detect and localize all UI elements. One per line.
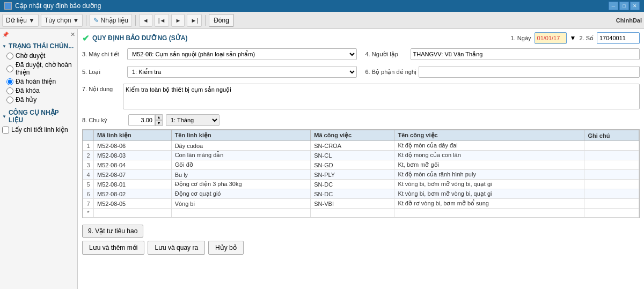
table-row: 4 M52-08-07 Bu ly SN-PLY Kt độ mòn của r… bbox=[83, 170, 639, 180]
cell-ten-linh-kien: Bu ly bbox=[171, 170, 311, 180]
loai-select[interactable]: 1: Kiểm tra bbox=[127, 66, 357, 78]
du-lieu-button[interactable]: Dữ liệu ▼ bbox=[2, 14, 39, 27]
row-num: 7 bbox=[83, 199, 94, 209]
chu-ky-unit-select[interactable]: 1: Tháng bbox=[166, 114, 219, 126]
loai-col: 5. Loại 1: Kiểm tra bbox=[82, 66, 357, 80]
title-bar: Cập nhật quy định bảo dưỡng ─ □ ✕ bbox=[0, 0, 644, 12]
cell-ma-cong-viec: SN-CROA bbox=[311, 141, 394, 151]
bo-phan-input[interactable] bbox=[419, 66, 640, 78]
cell-ma-cong-viec: SN-VBI bbox=[311, 199, 394, 209]
dropdown-icon: ▼ bbox=[28, 17, 35, 24]
spinner-down-button[interactable]: ▼ bbox=[155, 120, 163, 126]
da-duyet-option[interactable]: Đã duyệt, chờ hoàn thiện bbox=[6, 61, 75, 76]
app-name: ChinhDai bbox=[616, 17, 642, 24]
cell-ghi-chu bbox=[584, 160, 639, 170]
cell-ghi-chu bbox=[584, 180, 639, 189]
huy-bo-button[interactable]: Hủy bỏ bbox=[208, 241, 244, 255]
label-bo-phan: 6. Bộ phận đề nghị bbox=[365, 69, 417, 76]
cell-ma-linh-kien: M52-08-02 bbox=[94, 189, 172, 199]
row-num: 2 bbox=[83, 151, 94, 160]
nav-last-button[interactable]: ►| bbox=[187, 14, 202, 27]
vat-tu-button[interactable]: 9. Vật tư tiêu hao bbox=[82, 225, 143, 238]
luu-quay-ra-button[interactable]: Lưu và quay ra bbox=[148, 241, 205, 255]
cell-ten-linh-kien: Động cơ quạt gió bbox=[171, 189, 311, 199]
row-num: 4 bbox=[83, 170, 94, 180]
row-num: 6 bbox=[83, 189, 94, 199]
spinner-up-button[interactable]: ▲ bbox=[155, 114, 163, 120]
form-date-row: 1. Ngày ▼ 2. Số bbox=[511, 32, 640, 44]
nguoi-lap-input[interactable] bbox=[411, 48, 640, 60]
trang-thai-radio-group: Chờ duyệt Đã duyệt, chờ hoàn thiện Đã ho… bbox=[6, 52, 75, 103]
tuy-chon-button[interactable]: Tùy chọn ▼ bbox=[41, 14, 83, 27]
app-icon bbox=[4, 2, 12, 10]
chu-ky-row: 8. Chu kỳ ▲ ▼ 1: Tháng bbox=[82, 114, 640, 126]
cell-ma-linh-kien: M52-08-03 bbox=[94, 151, 172, 160]
cell-ghi-chu bbox=[584, 151, 639, 160]
main-container: 📌 ✕ TRẠNG THÁI CHÚN... Chờ duyệt Đã duyệ… bbox=[0, 29, 644, 289]
dong-button[interactable]: Đóng bbox=[209, 14, 234, 27]
col-ten-linh-kien: Tên linh kiện bbox=[171, 130, 311, 141]
noi-dung-textarea[interactable] bbox=[123, 84, 640, 109]
label-ngay: 1. Ngày bbox=[511, 35, 531, 41]
table-row: 6 M52-08-02 Động cơ quạt gió SN-DC Kt vò… bbox=[83, 189, 639, 199]
da-hoan-thien-option[interactable]: Đã hoàn thiện bbox=[6, 78, 75, 85]
da-huy-option[interactable]: Đã hủy bbox=[6, 96, 75, 103]
cell-ma-linh-kien: M52-08-05 bbox=[94, 199, 172, 209]
label-may-chi-tiet: 3. Máy chi tiết bbox=[82, 51, 125, 58]
so-input[interactable] bbox=[597, 32, 640, 44]
table-new-row: * bbox=[83, 209, 639, 218]
da-khoa-option[interactable]: Đã khóa bbox=[6, 87, 75, 94]
window-title: Cập nhật quy định bảo dưỡng bbox=[15, 2, 101, 10]
cell-ten-cong-viec: Kt độ mòn của rãnh hình puly bbox=[394, 170, 584, 180]
cho-duyet-option[interactable]: Chờ duyệt bbox=[6, 52, 75, 60]
cell-ten-linh-kien: Dây cudoa bbox=[171, 141, 311, 151]
table-header-row: Mã linh kiện Tên linh kiện Mã công việc … bbox=[83, 130, 639, 141]
chu-ky-input[interactable] bbox=[128, 114, 155, 126]
close-button[interactable]: ✕ bbox=[630, 2, 640, 10]
cell-ten-cong-viec: Kt đỡ rơ vòng bi, bơm mỡ bổ sung bbox=[394, 199, 584, 209]
nhap-lieu-button[interactable]: ✎ Nhập liệu bbox=[90, 14, 131, 27]
sidebar-close-button[interactable]: ✕ bbox=[70, 31, 75, 38]
table-row: 7 M52-08-05 Vòng bi SN-VBI Kt đỡ rơ vòng… bbox=[83, 199, 639, 209]
check-icon: ✔ bbox=[82, 33, 89, 43]
dropdown-icon2: ▼ bbox=[73, 17, 79, 24]
maximize-button[interactable]: □ bbox=[619, 2, 629, 10]
calendar-icon[interactable]: ▼ bbox=[570, 34, 576, 42]
label-nguoi-lap: 4. Người lập bbox=[365, 51, 408, 58]
col-ma-cong-viec: Mã công việc bbox=[311, 130, 394, 141]
cong-cu-section-title: CÔNG CỤ NHẬP LIỆU bbox=[2, 109, 75, 124]
separator3 bbox=[205, 15, 206, 26]
row-5-6: 5. Loại 1: Kiểm tra 6. Bộ phận đề nghị bbox=[82, 66, 640, 80]
luu-them-moi-button[interactable]: Lưu và thêm mới bbox=[82, 241, 144, 255]
table-row: 5 M52-08-01 Động cơ điện 3 pha 30kg SN-D… bbox=[83, 180, 639, 189]
cell-ma-cong-viec: SN-PLY bbox=[311, 170, 394, 180]
may-chi-tiet-select[interactable]: M52-08: Cụm sản nguội (phân loại sản phẩ… bbox=[127, 48, 357, 60]
form-header: ✔ QUY ĐỊNH BẢO DƯỠNG (SỬA) 1. Ngày ▼ 2. … bbox=[82, 32, 640, 44]
table-row: 1 M52-08-06 Dây cudoa SN-CROA Kt độ mòn … bbox=[83, 141, 639, 151]
cell-ten-cong-viec: Kt vòng bi, bơm mỡ vòng bi, quạt gi bbox=[394, 180, 584, 189]
lay-chi-tiet-checkbox[interactable]: Lấy chi tiết linh kiện bbox=[2, 126, 75, 134]
nav-next-button[interactable]: ► bbox=[171, 14, 185, 27]
ngay-input[interactable] bbox=[535, 32, 567, 44]
loai-row: 5. Loại 1: Kiểm tra bbox=[82, 66, 357, 78]
cell-ma-linh-kien: M52-08-07 bbox=[94, 170, 172, 180]
cell-ten-linh-kien: Vòng bi bbox=[171, 199, 311, 209]
nav-prev-button[interactable]: ◄ bbox=[139, 14, 152, 27]
sidebar-pin-icon: 📌 bbox=[2, 32, 9, 38]
du-lieu-label: Dữ liệu bbox=[6, 17, 27, 24]
bo-phan-row: 6. Bộ phận đề nghị bbox=[365, 66, 640, 78]
cell-ghi-chu bbox=[584, 141, 639, 151]
table-row: 2 M52-08-03 Con lăn máng dẫn SN-CL Kt độ… bbox=[83, 151, 639, 160]
sidebar: 📌 ✕ TRẠNG THÁI CHÚN... Chờ duyệt Đã duyệ… bbox=[0, 29, 78, 289]
nav-first-button[interactable]: |◄ bbox=[155, 14, 170, 27]
spinner-controls: ▲ ▼ bbox=[155, 114, 163, 126]
label-chu-ky: 8. Chu kỳ bbox=[82, 117, 125, 123]
cell-ma-cong-viec: SN-DC bbox=[311, 180, 394, 189]
minimize-button[interactable]: ─ bbox=[609, 2, 618, 10]
toolbar: Dữ liệu ▼ Tùy chọn ▼ ✎ Nhập liệu ◄ |◄ ► … bbox=[0, 12, 644, 29]
cell-ten-linh-kien: Gối đỡ bbox=[171, 160, 311, 170]
cell-ghi-chu bbox=[584, 189, 639, 199]
row-num: 3 bbox=[83, 160, 94, 170]
cell-ten-linh-kien: Động cơ điện 3 pha 30kg bbox=[171, 180, 311, 189]
col-ghi-chu: Ghi chú bbox=[584, 130, 639, 141]
